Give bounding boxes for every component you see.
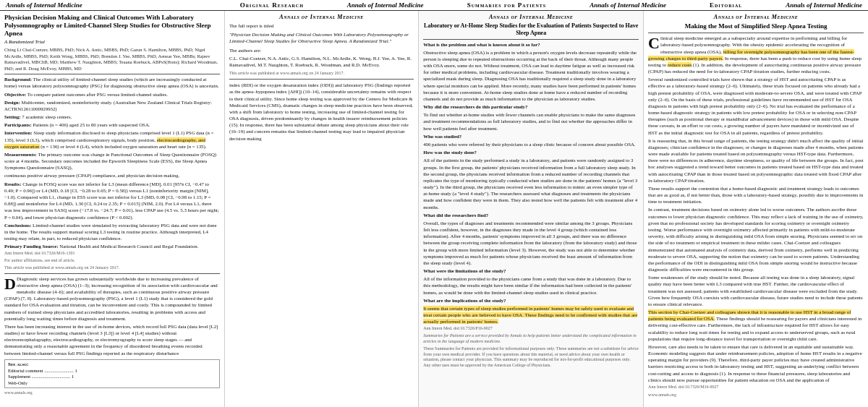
participants-text: Patients (n = 406) aged 25 to 80 years w…: [33, 122, 150, 127]
highlight-costs: reduce costs: [668, 62, 692, 67]
background-label: Background:: [4, 77, 32, 82]
setting-text: 7 academic sleep centers.: [22, 114, 72, 119]
col2-authors-label: The authors are:: [229, 47, 414, 53]
col4-body3: It is reassuring that, in this broad ran…: [648, 137, 864, 184]
a7-highlight-text: It seems that certain types of sleep stu…: [423, 306, 637, 324]
journal-title-col3: Annals of Internal Medicine: [590, 1, 666, 9]
a2: To find out whether at-home studies with…: [423, 111, 639, 132]
col3-summaries-note: Summaries for Patients are a service pro…: [423, 333, 639, 345]
col2-full-report-label: The full report is titled: [229, 22, 414, 29]
col4-body4: These results support the contention tha…: [648, 185, 864, 205]
measurements-label: Measurements:: [4, 152, 37, 157]
col2-inner-header: Annals of Internal Medicine: [229, 14, 414, 21]
setting-label: Setting:: [4, 114, 21, 119]
journal-title-col4: Annals of Internal Medicine: [786, 1, 862, 9]
col1-body: Background: The clinical utility of limi…: [4, 76, 220, 249]
q7: What are the implications of the study?: [423, 298, 506, 303]
a5: Overall, the types of diagnoses and trea…: [423, 220, 639, 266]
highlight-ecg: electrocardiography, and oxygen saturati…: [4, 137, 205, 149]
col3-journal: Annals of Internal Medicine: [489, 14, 573, 20]
col1-footer: www.annals.org: [4, 390, 220, 396]
col2-body-text: index (RDI) or the oxygen desaturation i…: [229, 82, 414, 142]
column-2-original-research-cont: Annals of Internal Medicine The full rep…: [225, 11, 419, 407]
journal-title-col1: Annals of Internal Medicine: [6, 1, 82, 9]
header-sections: Original Research Annals of Internal Med…: [240, 1, 862, 9]
highlight-billing: billing for overnight polysomnography ha…: [648, 49, 854, 61]
col2-published: This article was published at www.annals…: [229, 71, 414, 77]
background-text: The clinical utility of limited-channel …: [4, 77, 219, 88]
col4-body2: Several randomized controlled trials hav…: [648, 76, 864, 136]
col2-full-report: The full report is titled "Physician Dec…: [229, 22, 414, 44]
main-content: Physician Decision Making and Clinical O…: [0, 11, 868, 407]
funding-label: Primary Funding Source:: [4, 244, 59, 249]
col4-body: Clinical sleep medicine emerged as a sub…: [648, 35, 864, 383]
objective-text: To compare patient outcomes after PSG ve…: [27, 92, 168, 97]
section-summaries: Summaries for Patients: [467, 1, 547, 9]
col3-note2: These Summaries for Patients are provide…: [423, 346, 639, 369]
q5: What did the researchers find?: [423, 213, 488, 218]
a1: Obstructive sleep apnea (OSA) is a probl…: [423, 49, 639, 102]
q1: What is the problem and what is known ab…: [423, 42, 540, 47]
body1-text: continuous positive airway pressure (CPA…: [4, 172, 220, 179]
see-also-title: See also:: [8, 361, 216, 368]
col4-body7-highlight: This section by Chai-Coetzer and colleag…: [648, 309, 864, 342]
column-4-editorial: Annals of Internal Medicine Making the M…: [644, 11, 868, 407]
col4-doi: Ann Intern Med. doi:10.7326/M16-9027: [648, 385, 864, 390]
see-also-box: See also: Editorial comment ............…: [4, 359, 220, 388]
col1-demand-text: DDiagnostic sleep services has grown sub…: [4, 275, 220, 356]
col4-title: Making the Most of Simplified Sleep Apne…: [648, 22, 864, 30]
supplement-ref: Supplement .............................…: [8, 374, 216, 380]
q6: What were the limitations of the study?: [423, 268, 506, 273]
top-header: Annals of Internal Medicine Original Res…: [0, 0, 868, 11]
col3-title: Laboratory or At-Home Sleep Studies for …: [423, 22, 639, 36]
col3-doi: Ann Intern Med. doi:10.7326/P16-9027: [423, 326, 639, 332]
col1-for-author: For author affiliations, see end of arti…: [4, 258, 220, 264]
funding-text: National Health and Medical Research Cou…: [59, 244, 198, 249]
column-3-summaries: Annals of Internal Medicine Laboratory o…: [419, 11, 644, 407]
col3-body: What is the problem and what is known ab…: [423, 41, 639, 325]
col4-body5: In contrast, treatment decisions based o…: [648, 206, 864, 273]
col2-body: index (RDI) or the oxygen desaturation i…: [229, 82, 414, 142]
col4-body8: However, care also needs to be taken to …: [648, 343, 864, 383]
web-only-ref: Web-Only: [8, 380, 216, 386]
a4: All of the patients in the study perform…: [423, 157, 639, 210]
col1-subtitle: A Randomized Trial: [4, 39, 220, 46]
col4-body6: Some weaknesses of the study should be n…: [648, 274, 864, 307]
intervention-text: Sleep study information disclosed to sle…: [4, 130, 213, 148]
col1-doi: Ann Intern Med. doi:10.7326/M16-1301: [4, 251, 220, 257]
column-1-original-research: Physician Decision Making and Clinical O…: [0, 11, 225, 407]
col1-published: This article was published at www.annals…: [4, 265, 220, 271]
section-editorial: Editorial: [710, 1, 742, 9]
demand-text: Diagnostic sleep services has grown subs…: [4, 276, 218, 321]
design-label: Design:: [4, 100, 20, 105]
section-original-research: Original Research: [240, 1, 304, 9]
drop-cap-c: C: [648, 35, 660, 51]
col4-body1-text: linical sleep medicine emerged as a subs…: [648, 35, 861, 74]
col2-journal: Annals of Internal Medicine: [279, 14, 363, 20]
a3: 406 patients who were referred by their …: [423, 141, 639, 147]
a6: All of the information provided to the p…: [423, 275, 639, 296]
demand-text2: There has been increasing interest in th…: [4, 323, 220, 356]
conclusions-label: Conclusions:: [4, 223, 31, 228]
col1-title: Physician Decision Making and Clinical O…: [4, 14, 220, 37]
q3: Who was studied?: [423, 134, 461, 139]
q4: How was the study done?: [423, 150, 477, 155]
objective-label: Objective:: [4, 92, 26, 97]
col1-authors: Ching Li Chai-Coetzer, MBBS, PhD; Nick A…: [4, 47, 220, 72]
col4-footer: www.annals.org: [648, 393, 864, 398]
col2-full-report-title: "Physician Decision Making and Clinical …: [229, 31, 414, 44]
participants-label: Participants:: [4, 122, 32, 127]
journal-title-col2: Annals of Internal Medicine: [347, 1, 424, 9]
results-label: Results:: [4, 181, 21, 187]
design-text: Multicenter, randomized, noninferiority …: [4, 100, 212, 111]
col2-author-list: C.L. Chai-Coetzer, N.A. Antic, G.S. Hami…: [229, 55, 414, 68]
col4-inner-header: Annals of Internal Medicine: [648, 14, 864, 21]
conclusions-text2: The results support manual scoring L3 te…: [4, 229, 208, 241]
q2: Why did the researchers do this particul…: [423, 104, 527, 109]
editorial-ref: Editorial comment ......................…: [8, 368, 216, 374]
results-text: Change in FOSQ score was not inferior fo…: [4, 181, 219, 220]
intervention-label: Intervention:: [4, 130, 33, 135]
col4-journal: Annals of Internal Medicine: [714, 14, 798, 20]
col4-body1: Clinical sleep medicine emerged as a sub…: [648, 35, 864, 74]
a7-highlight: It seems that certain types of sleep stu…: [423, 305, 639, 325]
